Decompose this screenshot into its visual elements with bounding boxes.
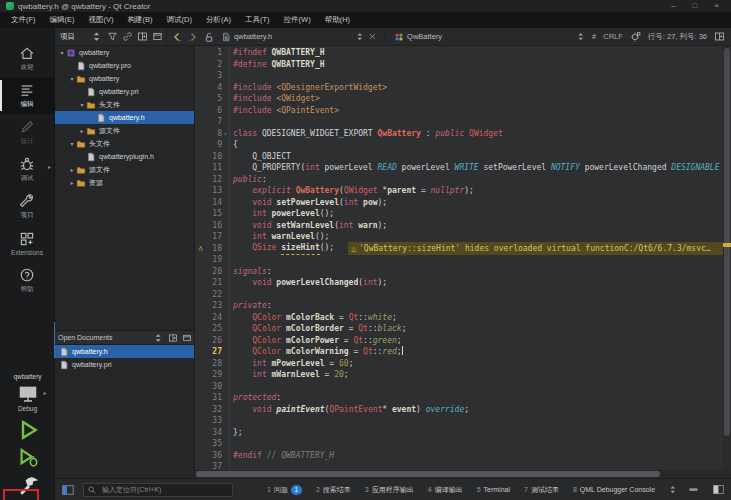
menu-item[interactable]: 分析(A) <box>199 12 238 28</box>
updown-icon[interactable] <box>577 32 586 41</box>
split-new-icon[interactable] <box>168 333 178 343</box>
run-button[interactable] <box>17 418 39 440</box>
forward-icon[interactable] <box>187 31 199 43</box>
output-pane-3[interactable]: 3应用程序输出 <box>365 485 414 495</box>
code-line[interactable]: 2#define QWBATTERY_H <box>196 59 723 71</box>
output-pane-7[interactable]: 7测试结果 <box>524 485 559 495</box>
build-button[interactable] <box>17 474 39 496</box>
code-line[interactable]: 32 void paintEvent(QPaintEvent* event) o… <box>196 404 723 416</box>
code-line[interactable]: 25 QColor mColorBorder = Qt::black; <box>196 323 723 335</box>
output-pane-2[interactable]: 2搜索结果 <box>316 485 351 495</box>
code-line[interactable]: 4#include <QDesignerExportWidget> <box>196 82 723 94</box>
menu-item[interactable]: 视图(V) <box>82 12 121 28</box>
updown-icon[interactable] <box>154 333 164 343</box>
menu-item[interactable]: 调试(D) <box>160 12 199 28</box>
code-line[interactable]: 8▾class QDESIGNER_WIDGET_EXPORT QwBatter… <box>196 128 723 140</box>
locator-input[interactable] <box>100 485 229 494</box>
code-line[interactable]: 17 int warnLevel(); <box>196 231 723 243</box>
code-line[interactable]: 19 <box>196 254 723 266</box>
tree-item[interactable]: qwbatteryplugin.h <box>55 150 194 163</box>
close-icon[interactable] <box>368 32 377 41</box>
progress-icon[interactable] <box>687 483 700 496</box>
right-pane-toggle-icon[interactable] <box>712 483 725 496</box>
bookmark-hash-button[interactable]: # <box>592 32 596 41</box>
code-line[interactable]: 21 void powerLevelChanged(int); <box>196 277 723 289</box>
code-line[interactable]: △18 QSize sizeHint();△'QwBattery::sizeHi… <box>196 243 723 255</box>
tree-item[interactable]: qwbattery.pri <box>55 85 194 98</box>
code-line[interactable]: 31protected: <box>196 392 723 404</box>
tree-expand-arrow-icon[interactable]: ▾ <box>68 140 76 147</box>
code-line[interactable]: 36#endif // QWBATTERY_H <box>196 450 723 462</box>
code-line[interactable]: 34}; <box>196 427 723 439</box>
tree-item[interactable]: ▾头文件 <box>55 98 194 111</box>
menu-item[interactable]: 构建(B) <box>121 12 160 28</box>
tree-expand-arrow-icon[interactable]: ▸ <box>68 166 76 173</box>
code-line[interactable]: 12public: <box>196 174 723 186</box>
code-line[interactable]: 3 <box>196 70 723 82</box>
tree-item[interactable]: ▾头文件 <box>55 137 194 150</box>
code-line[interactable]: 28 int mPowerLevel = 60; <box>196 358 723 370</box>
code-line[interactable]: 14 void setPowerLevel(int pow); <box>196 197 723 209</box>
code-line[interactable]: 27 QColor mColorWarning = Qt::red; <box>196 346 723 358</box>
code-line[interactable]: 20signals: <box>196 266 723 278</box>
horizontal-scrollbar[interactable] <box>196 470 723 478</box>
close-button[interactable]: × <box>714 0 719 12</box>
document-selector[interactable]: h qwbattery.h <box>219 30 379 44</box>
code-line[interactable]: 22 <box>196 289 723 301</box>
code-line[interactable]: 24 QColor mColorBack = Qt::white; <box>196 312 723 324</box>
split-editor-icon[interactable] <box>714 31 725 42</box>
code-editor[interactable]: 1#ifndef QWBATTERY_H2#define QWBATTERY_H… <box>196 46 731 478</box>
split-new-icon[interactable] <box>137 31 148 42</box>
tree-item[interactable]: ▾qwbattery <box>55 72 194 85</box>
code-line[interactable]: 15 int powerLevel(); <box>196 208 723 220</box>
kit-selector-button[interactable]: ▸ Debug <box>17 383 39 412</box>
filter-icon[interactable] <box>107 31 118 42</box>
updown-icon[interactable] <box>92 31 103 42</box>
mode-项目[interactable]: 项目 <box>0 188 54 225</box>
tree-item[interactable]: qwbattery.pro <box>55 59 194 72</box>
code-line[interactable]: 13 explicit QwBattery(QWidget *parent = … <box>196 185 723 197</box>
vertical-scrollbar-thumb[interactable] <box>724 48 730 436</box>
updown-icon[interactable] <box>669 485 678 494</box>
line-ending-button[interactable]: CRLF <box>603 32 623 41</box>
vertical-scrollbar[interactable] <box>723 46 731 470</box>
left-sidebar-toggle-icon[interactable] <box>61 483 75 497</box>
menu-item[interactable]: 帮助(H) <box>318 12 357 28</box>
updown-icon[interactable] <box>356 32 365 41</box>
open-document-item[interactable]: qwbattery.pri <box>55 358 195 371</box>
locator-box[interactable] <box>83 483 233 497</box>
tree-expand-arrow-icon[interactable]: ▸ <box>68 179 76 186</box>
tree-expand-arrow-icon[interactable]: ▾ <box>78 101 86 108</box>
code-line[interactable]: 30 <box>196 381 723 393</box>
encoding-icon[interactable] <box>630 31 641 42</box>
code-line[interactable]: 29 int mWarnLevel = 20; <box>196 369 723 381</box>
menu-item[interactable]: 工具(T) <box>238 12 277 28</box>
symbol-selector[interactable]: QwBattery <box>392 30 588 44</box>
code-line[interactable]: 35 <box>196 438 723 450</box>
detach-icon[interactable] <box>182 333 192 343</box>
code-line[interactable]: 1#ifndef QWBATTERY_H <box>196 47 723 59</box>
link-icon[interactable] <box>122 31 133 42</box>
output-pane-4[interactable]: 4编译输出 <box>428 485 463 495</box>
tree-expand-arrow-icon[interactable]: ▸ <box>78 127 86 134</box>
debug-run-button[interactable] <box>17 446 39 468</box>
tree-item[interactable]: ▸源文件 <box>55 163 194 176</box>
code-line[interactable]: 26 QColor mColorPower = Qt::green; <box>196 335 723 347</box>
fold-marker-icon[interactable]: ▾ <box>222 128 230 140</box>
output-pane-5[interactable]: 5Terminal <box>477 486 510 493</box>
tree-item[interactable]: ▾qwbattery <box>55 46 194 59</box>
open-document-item[interactable]: qwbattery.h <box>55 345 195 358</box>
mode-欢迎[interactable]: 欢迎 <box>0 40 54 77</box>
menu-item[interactable]: 控件(W) <box>277 12 318 28</box>
maximize-button[interactable]: □ <box>692 0 697 12</box>
mode-编辑[interactable]: 编辑 <box>0 77 54 114</box>
menu-item[interactable]: 编辑(E) <box>43 12 82 28</box>
mode-调试[interactable]: 调试▸ <box>0 151 54 188</box>
code-line[interactable]: 9{ <box>196 139 723 151</box>
code-line[interactable]: 33 <box>196 415 723 427</box>
menu-item[interactable]: 文件(F) <box>4 12 43 28</box>
detach-icon[interactable] <box>152 31 163 42</box>
code-line[interactable]: 16 void setWarnLevel(int warn); <box>196 220 723 232</box>
mode-Extensions[interactable]: Extensions <box>0 225 54 262</box>
back-icon[interactable] <box>171 31 183 43</box>
